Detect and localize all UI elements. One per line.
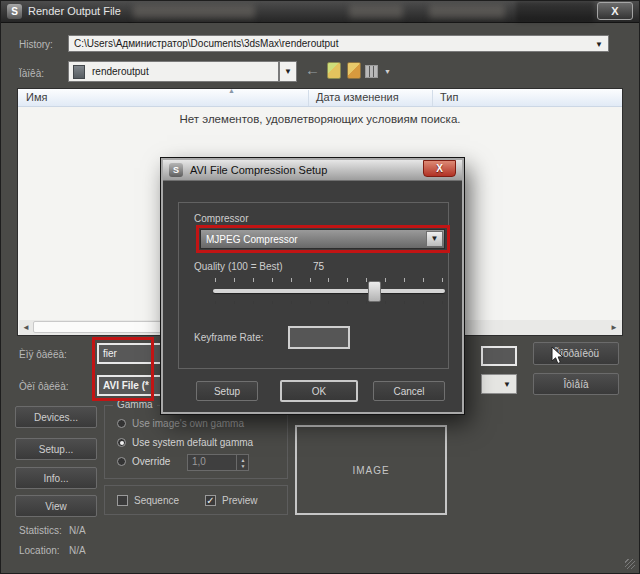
quality-value: 75: [313, 261, 324, 272]
redacted-text: [133, 5, 255, 18]
save-button[interactable]: Ñîõðàíèòü: [533, 342, 619, 365]
setup-button[interactable]: Setup...: [15, 438, 97, 460]
keyframe-rate-input[interactable]: [288, 326, 350, 349]
empty-list-message: Нет элементов, удовлетворяющих условиям …: [18, 113, 622, 125]
radio-label: Use system default gamma: [132, 437, 253, 448]
new-folder-icon[interactable]: [327, 62, 341, 79]
chevron-down-icon[interactable]: ▼: [426, 231, 443, 247]
spinner-arrows[interactable]: ▲ ▼: [236, 454, 249, 471]
compressor-value: MJPEG Compressor: [206, 234, 298, 245]
quality-label: Quality (100 = Best): [194, 261, 283, 272]
compressor-label: Compressor: [194, 213, 248, 224]
close-button[interactable]: X: [597, 2, 633, 20]
avi-compression-dialog: S AVI File Compression Setup X Compresso…: [161, 158, 464, 414]
radio-use-system-gamma[interactable]: Use system default gamma: [117, 437, 253, 448]
slider-ticks-top: [215, 278, 443, 282]
quality-slider-track[interactable]: [213, 289, 445, 293]
cancel-button[interactable]: Îòìåíà: [533, 373, 619, 395]
folder-combobox[interactable]: renderoutput: [68, 61, 279, 82]
spinner-down-icon[interactable]: ▼: [241, 463, 246, 469]
slider-ticks-bottom: [215, 301, 443, 304]
redacted-text: [349, 5, 403, 18]
radio-use-image-gamma[interactable]: Use image's own gamma: [117, 418, 244, 429]
keyframe-rate-label: Keyframe Rate:: [194, 332, 263, 343]
folder-icon: [73, 65, 85, 79]
mouse-cursor: [551, 346, 565, 366]
image-preview-box: IMAGE: [295, 425, 447, 515]
checkbox-label: Sequence: [134, 495, 179, 506]
quality-slider-thumb[interactable]: [368, 281, 381, 302]
chevron-down-icon[interactable]: ▼: [595, 41, 603, 49]
compressor-dropdown[interactable]: MJPEG Compressor ▼: [200, 229, 445, 249]
app-icon: S: [7, 4, 22, 19]
radio-override[interactable]: Override: [117, 456, 170, 467]
dialog-icon: S: [169, 163, 183, 177]
chevron-down-icon: ▼: [284, 68, 292, 76]
gamma-group: Gamma Use image's own gamma Use system d…: [104, 405, 288, 479]
render-output-file-window: S Render Output File X History: C:\Users…: [0, 0, 640, 574]
window-titlebar: S Render Output File X: [1, 1, 640, 23]
create-folder-icon[interactable]: [347, 62, 361, 79]
history-value: C:\Users\Администратор\Documents\3dsMax\…: [74, 38, 338, 49]
info-button[interactable]: Info...: [15, 467, 97, 489]
window-title: Render Output File: [28, 5, 121, 17]
gamma-group-title: Gamma: [113, 399, 157, 410]
filetype-dropdown-end[interactable]: ▼: [481, 374, 517, 394]
resize-grip[interactable]: [625, 559, 635, 569]
checkbox-unchecked-icon: [117, 495, 128, 506]
view-mode-icon[interactable]: [365, 65, 378, 78]
column-header-date[interactable]: Дата изменения: [316, 91, 399, 103]
compression-setup-button[interactable]: Setup: [196, 381, 258, 401]
dialog-close-button[interactable]: X: [423, 160, 456, 177]
scroll-left-icon[interactable]: ◄: [22, 323, 30, 332]
preview-checkbox[interactable]: ✓ Preview: [205, 495, 258, 506]
history-combobox[interactable]: C:\Users\Администратор\Documents\3dsMax\…: [68, 35, 609, 52]
statistics-value: N/A: [69, 525, 86, 536]
dialog-cancel-button[interactable]: Cancel: [373, 381, 445, 401]
folder-label: Ïàïêà:: [19, 68, 44, 79]
folder-value: renderoutput: [92, 66, 149, 77]
statistics-label: Statistics:: [19, 525, 62, 536]
dialog-titlebar: S AVI File Compression Setup X: [163, 160, 462, 181]
filename-label: Èìÿ ôàéëà:: [19, 349, 67, 360]
view-mode-chevron-icon[interactable]: ▼: [384, 68, 391, 75]
devices-button[interactable]: Devices...: [15, 406, 97, 428]
radio-selected-icon: [117, 438, 126, 447]
column-header-type[interactable]: Тип: [440, 91, 458, 103]
radio-icon: [117, 457, 126, 466]
checkbox-label: Preview: [222, 495, 258, 506]
chevron-down-icon: ▼: [503, 381, 511, 389]
sort-icon: ▲: [228, 87, 235, 94]
dialog-title: AVI File Compression Setup: [190, 164, 327, 176]
sequence-checkbox[interactable]: Sequence: [117, 495, 179, 506]
redacted-text: [429, 5, 505, 18]
history-label: History:: [19, 39, 53, 50]
checkbox-checked-icon: ✓: [205, 495, 216, 506]
filetype-label: Òèï ôàéëà:: [19, 381, 68, 392]
ok-button[interactable]: OK: [280, 380, 358, 402]
options-group: Sequence ✓ Preview: [104, 485, 288, 515]
list-header: Имя ▲ Дата изменения Тип: [18, 89, 622, 107]
back-icon[interactable]: ←: [305, 62, 320, 77]
location-label: Location:: [19, 545, 60, 556]
filename-input-end[interactable]: [481, 346, 517, 366]
redacted-block: [516, 1, 594, 22]
column-divider: [308, 90, 309, 106]
column-divider: [432, 90, 433, 106]
radio-icon: [117, 419, 126, 428]
column-header-name[interactable]: Имя: [26, 91, 47, 103]
location-value: N/A: [69, 545, 86, 556]
radio-label: Use image's own gamma: [132, 418, 244, 429]
folder-dropdown-button[interactable]: ▼: [279, 61, 297, 82]
view-button[interactable]: View: [15, 495, 97, 517]
radio-label: Override: [132, 456, 170, 467]
scroll-right-icon[interactable]: ►: [610, 323, 618, 332]
